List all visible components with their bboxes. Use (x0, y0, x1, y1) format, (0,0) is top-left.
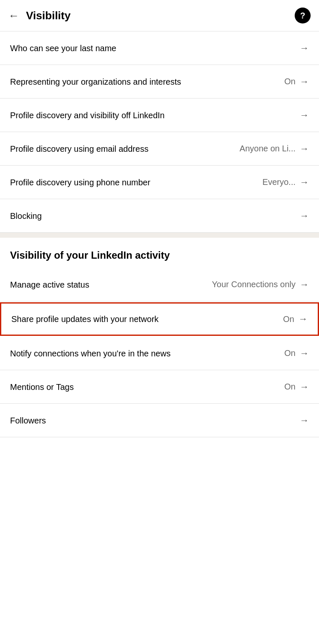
menu-item-profile-discovery-phone[interactable]: Profile discovery using phone number Eve… (0, 166, 319, 199)
activity-item-label: Notify connections when you're in the ne… (10, 348, 284, 359)
activity-item-value: Your Connections only (212, 280, 296, 289)
arrow-icon: → (300, 348, 309, 359)
activity-item-label: Mentions or Tags (10, 382, 284, 392)
activity-item-manage-active-status[interactable]: Manage active status Your Connections on… (0, 268, 319, 301)
arrow-icon: → (300, 279, 309, 290)
menu-item-last-name[interactable]: Who can see your last name → (0, 31, 319, 65)
menu-item-representing-orgs[interactable]: Representing your organizations and inte… (0, 65, 319, 99)
activity-item-right: → (300, 415, 309, 426)
menu-item-right: → (300, 43, 309, 54)
activity-item-followers[interactable]: Followers → (0, 404, 319, 437)
page-title: Visibility (26, 9, 295, 22)
arrow-icon: → (300, 43, 309, 54)
arrow-icon: → (300, 110, 309, 121)
arrow-icon: → (300, 76, 309, 87)
activity-item-label: Share profile updates with your network (11, 314, 283, 325)
menu-item-profile-discovery-off-linkedin[interactable]: Profile discovery and visibility off Lin… (0, 99, 319, 132)
back-button[interactable]: ← (8, 9, 19, 22)
help-button[interactable]: ? (295, 8, 311, 23)
activity-item-label: Manage active status (10, 279, 212, 290)
arrow-icon: → (300, 382, 309, 392)
menu-item-label: Profile discovery and visibility off Lin… (10, 110, 300, 121)
activity-item-notify-connections-news[interactable]: Notify connections when you're in the ne… (0, 337, 319, 370)
activity-item-share-profile-updates[interactable]: Share profile updates with your network … (0, 302, 319, 336)
menu-item-right: → (300, 210, 309, 221)
activity-item-value: On (284, 382, 296, 392)
arrow-icon: → (300, 177, 309, 188)
arrow-icon: → (300, 143, 309, 154)
menu-item-blocking[interactable]: Blocking → (0, 199, 319, 233)
activity-item-right: On → (284, 382, 309, 392)
menu-item-right: On → (284, 76, 309, 87)
activity-item-mentions-or-tags[interactable]: Mentions or Tags On → (0, 370, 319, 404)
menu-item-label: Blocking (10, 210, 300, 221)
activity-item-value: On (284, 348, 296, 358)
menu-item-label: Profile discovery using phone number (10, 177, 262, 188)
menu-item-profile-discovery-email[interactable]: Profile discovery using email address An… (0, 132, 319, 166)
menu-item-label: Representing your organizations and inte… (10, 76, 284, 87)
page-header: ← Visibility ? (0, 0, 319, 31)
top-menu-section: Who can see your last name → Representin… (0, 31, 319, 233)
menu-item-right: → (300, 110, 309, 121)
activity-item-right: On → (284, 348, 309, 359)
menu-item-label: Profile discovery using email address (10, 143, 240, 154)
section-divider (0, 233, 319, 238)
menu-item-value: Everyo... (262, 177, 296, 187)
activity-menu-section: Manage active status Your Connections on… (0, 268, 319, 437)
activity-item-value: On (283, 314, 294, 324)
activity-section-header: Visibility of your LinkedIn activity (0, 238, 319, 268)
arrow-icon: → (300, 415, 309, 426)
activity-item-right: On → (283, 314, 308, 325)
arrow-icon: → (300, 210, 309, 221)
activity-item-right: Your Connections only → (212, 279, 309, 290)
menu-item-right: Everyo... → (262, 177, 309, 188)
menu-item-right: Anyone on Li... → (240, 143, 309, 154)
arrow-icon: → (298, 314, 308, 325)
menu-item-value: Anyone on Li... (240, 144, 296, 153)
menu-item-label: Who can see your last name (10, 43, 300, 54)
menu-item-value: On (284, 77, 296, 86)
activity-item-label: Followers (10, 415, 300, 426)
